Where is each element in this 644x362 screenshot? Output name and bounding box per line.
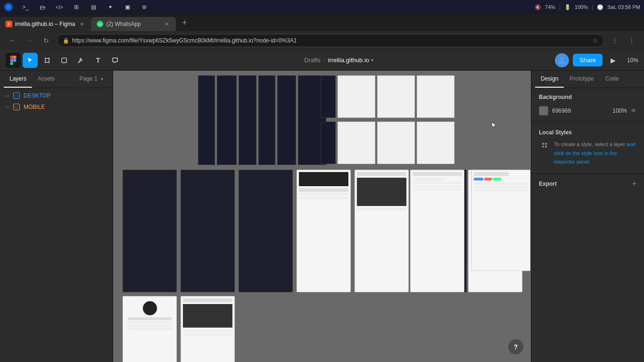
lock-icon: 🔒	[63, 38, 69, 44]
wf-frame-5[interactable]	[277, 75, 296, 165]
tab-whatsapp[interactable]: W (2) WhatsApp ✕	[91, 17, 176, 31]
os-icon-orb[interactable]	[4, 2, 13, 12]
wf-light-6[interactable]	[338, 122, 375, 164]
os-icon-code[interactable]: </>	[55, 2, 64, 12]
os-volume-level: 74%	[545, 4, 555, 10]
wf-frame-4[interactable]	[258, 75, 275, 165]
share-button[interactable]: Share	[573, 54, 603, 66]
background-row: 696969 100% 👁	[531, 104, 644, 119]
layer-name-mobile: MOBILE	[24, 104, 45, 110]
shape-tool-button[interactable]	[57, 53, 72, 68]
extra-frame-1[interactable]	[410, 170, 464, 292]
comment-tool-button[interactable]	[107, 53, 123, 68]
bookmark-icon[interactable]: ☆	[592, 37, 598, 44]
wf-light-4[interactable]	[417, 75, 454, 118]
tab-figma[interactable]: F irrellia.github.io – Figma ✕	[0, 17, 91, 31]
play-button[interactable]: ▶	[606, 54, 619, 67]
refresh-button[interactable]: ↻	[40, 34, 53, 47]
mobile-frame-2[interactable]	[181, 170, 235, 292]
tab-layers[interactable]: Layers	[4, 71, 32, 88]
tab-favicon-whatsapp: W	[97, 21, 103, 27]
help-button[interactable]: ?	[508, 339, 523, 354]
select-tool-button[interactable]	[23, 53, 38, 68]
layer-item-desktop[interactable]: □ DESKTOP	[0, 90, 113, 101]
wf-frame-1[interactable]	[198, 75, 215, 165]
tab-close-whatsapp[interactable]: ✕	[163, 20, 170, 28]
tab-prototype[interactable]: Prototype	[564, 71, 599, 88]
local-styles-hint-text: To create a style, select a layer and cl…	[554, 141, 635, 165]
os-icon-steam[interactable]: ⊛	[140, 2, 149, 12]
os-icon-terminal[interactable]: >_	[21, 2, 30, 12]
browser-menu-button[interactable]: ⋮	[625, 34, 638, 47]
background-color-hex[interactable]: 696969	[552, 107, 609, 114]
wf-light-7[interactable]	[377, 122, 415, 164]
archive-frame-light[interactable]	[471, 170, 530, 271]
back-button[interactable]: ←	[6, 34, 19, 47]
canvas[interactable]: ?	[113, 71, 531, 362]
local-styles-link[interactable]: and click on the style icon in the inspe…	[554, 141, 635, 165]
wf-light-3[interactable]	[377, 75, 415, 118]
wf-light-8[interactable]	[417, 122, 454, 164]
extensions-button[interactable]: ⋮	[608, 34, 621, 47]
wf-light-1[interactable]	[321, 75, 336, 118]
desktop-frames-group	[198, 75, 326, 165]
forward-button[interactable]: →	[23, 34, 36, 47]
layer-icon-mobile: □	[13, 104, 20, 110]
background-color-swatch[interactable]	[539, 106, 548, 115]
tab-close-figma[interactable]: ✕	[78, 20, 85, 28]
toolbar-left: T	[6, 53, 123, 68]
url-text: https://www.figma.com/file/Ysxwp6SZk5wyG…	[72, 37, 589, 44]
zoom-display[interactable]: 10%	[623, 57, 638, 64]
drag-handle-mobile	[6, 107, 9, 108]
os-icon-tools[interactable]: ✦	[106, 2, 115, 12]
svg-rect-5	[62, 58, 66, 63]
layer-item-mobile[interactable]: □ MOBILE	[0, 101, 113, 113]
mobile-frame-7[interactable]	[123, 296, 177, 362]
wf-light-5[interactable]	[321, 122, 336, 164]
text-tool-button[interactable]: T	[91, 53, 106, 68]
os-icon-folder[interactable]: 🗁	[38, 2, 47, 12]
frame-tool-button[interactable]	[40, 53, 55, 68]
browser-addressbar: ← → ↻ 🔒 https://www.figma.com/file/Ysxwp…	[0, 31, 644, 50]
tab-label-figma: irrellia.github.io – Figma	[15, 21, 75, 27]
address-bar[interactable]: 🔒 https://www.figma.com/file/Ysxwp6SZk5w…	[57, 34, 604, 47]
layer-list: □ DESKTOP □ MOBILE	[0, 88, 113, 115]
os-clock-icon: 🕐	[597, 4, 603, 10]
os-battery-level: 100%	[575, 4, 588, 10]
breadcrumb-drafts[interactable]: Drafts	[304, 57, 321, 64]
os-battery-icon: 🔋	[564, 4, 571, 10]
wf-frame-2[interactable]	[217, 75, 237, 165]
figma-menu-button[interactable]	[6, 53, 21, 68]
export-add-button[interactable]: +	[632, 180, 636, 188]
visibility-toggle-icon[interactable]: 👁	[631, 107, 636, 114]
local-styles-description: To create a style, select a layer and cl…	[554, 140, 636, 166]
tab-page[interactable]: Page 1 ▾	[74, 71, 109, 88]
os-taskbar: >_ 🗁 </> ⊞ ▤ ✦ ▣ ⊛ 🔇 74% | 🔋 100% | 🕐 Sa…	[0, 0, 644, 14]
divider-1	[531, 121, 644, 122]
os-icon-media[interactable]: ▣	[123, 2, 132, 12]
user-avatar[interactable]	[555, 53, 569, 67]
mobile-frame-5[interactable]	[355, 170, 409, 292]
background-opacity[interactable]: 100%	[612, 107, 627, 114]
os-icon-monitor[interactable]: ⊞	[72, 2, 81, 12]
figma-main: Layers Assets Page 1 ▾ □ DESKTOP	[0, 71, 644, 362]
breadcrumb-project[interactable]: irrellia.github.io ▾	[328, 57, 373, 64]
mobile-frame-8[interactable]	[181, 296, 235, 362]
mobile-frame-3[interactable]	[239, 170, 293, 292]
tab-design[interactable]: Design	[535, 71, 564, 88]
drag-handle-desktop	[6, 95, 9, 97]
mobile-frame-1[interactable]	[123, 170, 177, 292]
tab-code[interactable]: Code	[600, 71, 625, 88]
tab-assets[interactable]: Assets	[32, 71, 60, 88]
svg-rect-0	[45, 58, 49, 62]
wf-frame-3[interactable]	[239, 75, 256, 165]
pen-tool-button[interactable]	[74, 53, 89, 68]
local-styles-section-header: Local Styles	[531, 123, 644, 140]
figma-toolbar: T Drafts / irrellia.github.io ▾ Share ▶	[0, 50, 644, 71]
new-tab-button[interactable]: +	[178, 16, 191, 29]
os-icon-layout[interactable]: ▤	[89, 2, 98, 12]
wf-light-2[interactable]	[338, 75, 375, 118]
toolbar-right: Share ▶ 10%	[555, 53, 638, 67]
mobile-frame-4[interactable]	[297, 170, 351, 292]
tab-label-whatsapp: (2) WhatsApp	[106, 21, 160, 27]
